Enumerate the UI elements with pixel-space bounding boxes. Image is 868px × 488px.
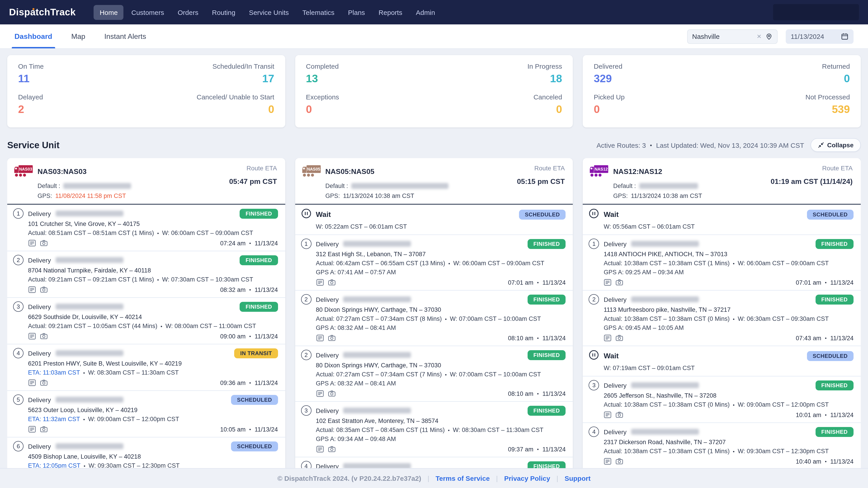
- collapse-button[interactable]: Collapse: [810, 138, 861, 152]
- stop-footer: 10:05 am•11/13/24: [13, 425, 278, 433]
- tab-dashboard[interactable]: Dashboard: [14, 24, 52, 48]
- stop-date: 11/13/24: [830, 412, 854, 418]
- stop-footer: 09:36 am•11/13/24: [13, 379, 278, 387]
- notes-icon[interactable]: [604, 278, 612, 287]
- notes-icon[interactable]: [28, 286, 36, 294]
- clear-location-icon[interactable]: ×: [757, 33, 761, 40]
- metric-canceled: Canceled0: [434, 93, 562, 116]
- default-label: Default :: [613, 183, 636, 189]
- notes-icon[interactable]: [604, 334, 612, 342]
- stop-address: 1113 Murfreesboro pike, Nashville, TN – …: [604, 306, 854, 313]
- wait-item[interactable]: WaitSCHEDULEDW: 05:22am CST – 06:01am CS…: [295, 205, 573, 234]
- copyright-text: © DispatchTrack 2024. (v P20.24.22.b7e37…: [277, 475, 421, 482]
- nav-item-telematics[interactable]: Telematics: [297, 5, 340, 20]
- notes-icon[interactable]: [28, 239, 36, 247]
- stop-address: 4509 Bishop Lane, Louisville, KY – 40218: [28, 453, 278, 460]
- wait-item[interactable]: WaitSCHEDULEDW: 07:19am CST – 09:01am CS…: [583, 346, 861, 376]
- status-badge: FINISHED: [815, 294, 854, 304]
- stop-item[interactable]: 5DeliverySCHEDULED5623 Outer Loop, Louis…: [7, 390, 285, 437]
- nav-item-service-units[interactable]: Service Units: [243, 5, 295, 20]
- camera-icon[interactable]: [328, 278, 336, 287]
- metric-scheduled-in-transit: Scheduled/In Transit17: [146, 62, 274, 85]
- stop-times-line: Actual: 10:38am CST – 10:38am CST (0 Min…: [604, 315, 854, 322]
- location-filter[interactable]: Nashville ×: [687, 29, 778, 43]
- metric-value: 539: [722, 103, 850, 116]
- status-badge: SCHEDULED: [807, 209, 854, 219]
- camera-icon[interactable]: [40, 425, 48, 433]
- notes-icon[interactable]: [28, 332, 36, 340]
- tab-map[interactable]: Map: [71, 24, 85, 48]
- camera-icon[interactable]: [616, 334, 624, 342]
- nav-item-customers[interactable]: Customers: [125, 5, 170, 20]
- notes-icon[interactable]: [316, 445, 324, 453]
- stop-body: 312 East High St., Lebanon, TN – 37087Ac…: [301, 251, 565, 275]
- footer-link-privacy-policy[interactable]: Privacy Policy: [504, 475, 550, 482]
- nav-item-routing[interactable]: Routing: [206, 5, 241, 20]
- camera-icon[interactable]: [328, 334, 336, 342]
- camera-icon[interactable]: [40, 239, 48, 247]
- camera-icon[interactable]: [616, 278, 624, 287]
- stop-item[interactable]: 4DeliveryFINISHED229 Interstate Dr, Cros…: [295, 457, 573, 468]
- stop-item[interactable]: 3DeliveryFINISHED2605 Jefferson St., Nas…: [583, 376, 861, 422]
- tab-instant-alerts[interactable]: Instant Alerts: [104, 24, 146, 48]
- stop-item[interactable]: 1DeliveryFINISHED312 East High St., Leba…: [295, 234, 573, 290]
- nav-item-home[interactable]: Home: [94, 5, 124, 20]
- camera-icon[interactable]: [328, 390, 336, 398]
- route-header: NAS12 NAS12:NAS12Default :GPS:11/13/2024…: [583, 158, 861, 205]
- stop-footer: 07:24 am•11/13/24: [13, 239, 278, 247]
- stop-item[interactable]: 1DeliveryFINISHED101 Crutcher St, Vine G…: [7, 205, 285, 251]
- stop-item[interactable]: 4DeliveryIN TRANSIT6201 Preston HWY, Sui…: [7, 344, 285, 390]
- stop-item[interactable]: 2DeliveryFINISHED8704 National Turnpike,…: [7, 251, 285, 297]
- metric-canceled-unable-to-start: Canceled/ Unable to Start0: [146, 93, 274, 116]
- metric-label: In Progress: [434, 62, 562, 70]
- primary-nav: HomeCustomersOrdersRoutingService UnitsT…: [94, 5, 441, 20]
- stop-item[interactable]: 3DeliveryFINISHED102 East Stratton Ave, …: [295, 401, 573, 457]
- wait-item[interactable]: WaitSCHEDULEDW: 05:56am CST – 06:01am CS…: [583, 205, 861, 234]
- nav-item-plans[interactable]: Plans: [342, 5, 371, 20]
- route-card-nas12: NAS12 NAS12:NAS12Default :GPS:11/13/2024…: [583, 158, 861, 468]
- notes-icon[interactable]: [316, 334, 324, 342]
- status-badge: FINISHED: [815, 380, 854, 390]
- stop-item[interactable]: 4DeliveryFINISHED2317 Dickerson Road, Na…: [583, 422, 861, 468]
- stop-window: W: 08:00am CST – 11:00am CST: [165, 323, 256, 329]
- wait-pause-icon-wrap: [589, 350, 599, 362]
- metric-picked-up: Picked Up0: [594, 93, 722, 116]
- svg-text:NAS05: NAS05: [307, 167, 320, 171]
- time-dot: •: [249, 333, 251, 339]
- stop-item[interactable]: 2DeliveryFINISHED80 Dixon Springs HWY, C…: [295, 290, 573, 346]
- nav-item-reports[interactable]: Reports: [373, 5, 408, 20]
- stop-item[interactable]: 2DeliveryFINISHED80 Dixon Springs HWY, C…: [295, 346, 573, 401]
- stop-item[interactable]: 1DeliveryFINISHED1418 ANTIOCH PIKE, ANTI…: [583, 234, 861, 290]
- stop-title-row: 1DeliveryFINISHED: [13, 208, 278, 219]
- stop-number: 6: [13, 441, 24, 451]
- notes-icon[interactable]: [316, 278, 324, 287]
- stop-item[interactable]: 3DeliveryFINISHED6629 Southside Dr, Loui…: [7, 297, 285, 344]
- footer-link-terms-of-service[interactable]: Terms of Service: [436, 475, 490, 482]
- nav-item-orders[interactable]: Orders: [172, 5, 204, 20]
- time-dot: •: [537, 280, 539, 285]
- notes-icon[interactable]: [604, 411, 612, 419]
- notes-icon[interactable]: [604, 457, 612, 465]
- camera-icon[interactable]: [40, 286, 48, 294]
- metric-in-progress: In Progress18: [434, 62, 562, 85]
- camera-icon[interactable]: [40, 379, 48, 387]
- brand-logo[interactable]: DispatchTrack: [9, 7, 76, 18]
- notes-icon[interactable]: [28, 379, 36, 387]
- camera-icon[interactable]: [616, 411, 624, 419]
- stop-item[interactable]: 6DeliverySCHEDULED4509 Bishop Lane, Loui…: [7, 437, 285, 468]
- metric-value: 18: [434, 72, 562, 85]
- camera-icon[interactable]: [40, 332, 48, 340]
- notes-icon[interactable]: [316, 390, 324, 398]
- user-menu-redacted[interactable]: [773, 4, 859, 20]
- default-label: Default :: [325, 183, 348, 189]
- date-filter[interactable]: 11/13/2024: [786, 29, 854, 43]
- status-badge: FINISHED: [240, 255, 278, 265]
- stop-item[interactable]: 2DeliveryFINISHED1113 Murfreesboro pike,…: [583, 290, 861, 346]
- camera-icon[interactable]: [616, 457, 624, 465]
- footer-link-support[interactable]: Support: [565, 475, 591, 482]
- notes-icon[interactable]: [28, 425, 36, 433]
- route-eta: Route ETA05:15 pm CST: [517, 164, 565, 199]
- camera-icon[interactable]: [328, 445, 336, 453]
- nav-item-admin[interactable]: Admin: [410, 5, 441, 20]
- filters: Nashville × 11/13/2024: [687, 24, 854, 48]
